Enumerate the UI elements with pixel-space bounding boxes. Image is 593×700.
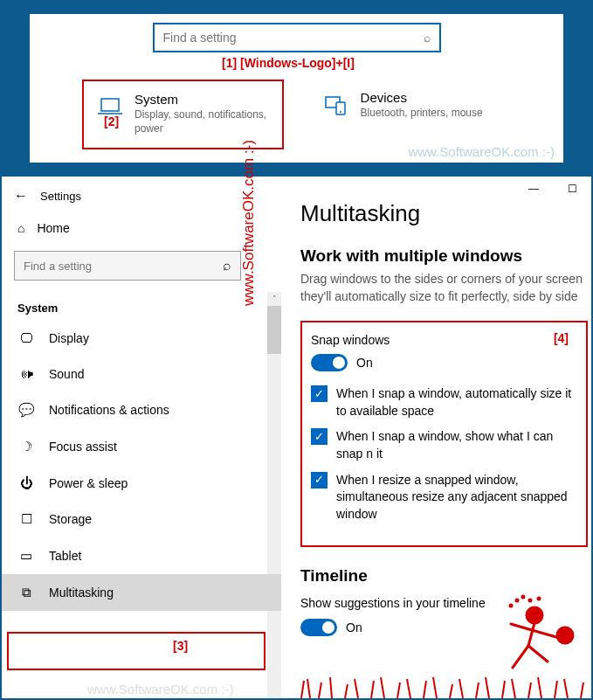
window-controls: — ☐	[514, 179, 591, 202]
svg-point-5	[527, 607, 542, 623]
svg-rect-0	[101, 99, 119, 111]
category-tiles: System Display, sound, notifications, po…	[82, 80, 511, 149]
sidebar-header: ← Settings	[2, 179, 281, 212]
sidebar-item-label: Tablet	[49, 549, 81, 563]
sidebar-item-storage[interactable]: ☐ Storage	[2, 501, 281, 537]
sidebar-home[interactable]: ⌂ Home	[2, 212, 281, 244]
section-heading-windows: Work with multiple windows	[300, 246, 591, 266]
sidebar-item-power-sleep[interactable]: ⏻ Power & sleep	[2, 465, 281, 501]
svg-point-11	[557, 627, 573, 643]
timeline-toggle-state: On	[346, 620, 362, 634]
sidebar-item-display[interactable]: 🖵 Display	[2, 320, 281, 356]
snap-check-1[interactable]: ✓ When I snap a window, automatically si…	[311, 385, 577, 419]
settings-home-panel: ⌕ [1] [Windows-Logo]+[I] System Display,…	[30, 14, 563, 163]
sidebar-item-label: Power & sleep	[49, 476, 128, 490]
snap-windows-group: [4] Snap windows On ✓ When I snap a wind…	[300, 321, 588, 547]
search-icon: ⌕	[424, 31, 431, 45]
timeline-toggle[interactable]	[300, 619, 337, 636]
sidebar: ← Settings ⌂ Home ⌕ System ˄ 🖵 Display 🕪…	[2, 179, 281, 698]
minimize-button[interactable]: —	[514, 179, 553, 202]
check-label: When I resize a snapped window, simultan…	[336, 472, 577, 523]
svg-point-14	[529, 600, 531, 601]
back-arrow-icon[interactable]: ←	[14, 188, 28, 204]
running-figure-doodle	[486, 593, 583, 681]
svg-point-15	[510, 605, 512, 606]
check-label: When I snap a window, show what I can sn…	[336, 428, 577, 462]
search-icon: ⌕	[223, 258, 231, 274]
laptop-icon	[93, 92, 128, 116]
sidebar-search-input[interactable]	[24, 260, 223, 273]
sidebar-list: 🖵 Display 🕪 Sound 💬 Notifications & acti…	[2, 320, 281, 611]
sidebar-item-label: Multitasking	[49, 586, 114, 600]
svg-point-16	[538, 598, 540, 600]
sidebar-item-label: Display	[49, 331, 89, 345]
sidebar-item-label: Focus assist	[49, 440, 117, 454]
annotation-1: [1] [Windows-Logo]+[I]	[222, 56, 355, 70]
multitasking-icon: ⧉	[17, 585, 35, 600]
storage-icon: ☐	[17, 511, 35, 527]
check-label: When I snap a window, automatically size…	[336, 385, 577, 419]
checkbox-icon[interactable]: ✓	[311, 385, 328, 402]
sidebar-item-notifications[interactable]: 💬 Notifications & actions	[2, 392, 281, 428]
home-icon: ⌂	[17, 221, 24, 235]
annotation-3-box	[7, 632, 265, 670]
watermark-bottom: www.SoftwareOK.com :-)	[87, 682, 234, 697]
main-content: — ☐ Multitasking Work with multiple wind…	[281, 179, 591, 698]
annotation-4: [4]	[554, 331, 569, 345]
sidebar-item-focus-assist[interactable]: ☽ Focus assist	[2, 428, 281, 465]
svg-line-10	[532, 630, 556, 637]
svg-line-8	[528, 646, 548, 662]
checkbox-icon[interactable]: ✓	[311, 472, 328, 489]
sidebar-item-label: Notifications & actions	[49, 403, 169, 417]
watermark-top: www.SoftwareOK.com :-)	[408, 144, 555, 159]
snap-windows-label: Snap windows	[311, 333, 577, 347]
search-input-top[interactable]	[163, 31, 424, 45]
search-setting-top[interactable]: ⌕	[153, 23, 441, 52]
section-heading-timeline: Timeline	[300, 566, 591, 586]
svg-point-13	[522, 596, 524, 598]
svg-point-12	[516, 600, 518, 601]
watermark-vertical: www.SoftwareOK.com :-)	[240, 140, 258, 306]
snap-toggle[interactable]	[311, 354, 348, 371]
checkbox-icon[interactable]: ✓	[311, 428, 328, 445]
svg-point-4	[340, 111, 341, 113]
svg-line-6	[528, 623, 534, 646]
svg-line-7	[513, 646, 528, 668]
sidebar-item-tablet[interactable]: ▭ Tablet	[2, 537, 281, 574]
tile-system-title: System	[134, 92, 273, 107]
home-label: Home	[37, 221, 69, 235]
sound-icon: 🕪	[17, 366, 35, 381]
page-title: Multitasking	[300, 200, 591, 227]
settings-window: ← Settings ⌂ Home ⌕ System ˄ 🖵 Display 🕪…	[2, 179, 591, 698]
tile-devices[interactable]: Devices Bluetooth, printers, mouse	[310, 80, 511, 149]
top-banner: ⌕ [1] [Windows-Logo]+[I] System Display,…	[2, 2, 591, 177]
tile-system-desc: Display, sound, notifications, power	[134, 108, 273, 135]
tablet-icon: ▭	[17, 548, 35, 564]
sidebar-item-label: Storage	[49, 512, 92, 526]
snap-check-2[interactable]: ✓ When I snap a window, show what I can …	[311, 428, 577, 462]
display-icon: 🖵	[17, 330, 35, 345]
annotation-3: [3]	[173, 639, 188, 653]
notifications-icon: 💬	[17, 402, 35, 418]
annotation-2: [2]	[104, 114, 119, 128]
sidebar-section-system: System	[2, 288, 281, 320]
devices-icon	[319, 90, 354, 116]
svg-line-9	[511, 624, 532, 630]
sidebar-item-label: Sound	[49, 367, 84, 381]
snap-check-3[interactable]: ✓ When I resize a snapped window, simult…	[311, 472, 577, 523]
maximize-button[interactable]: ☐	[553, 179, 591, 202]
power-icon: ⏻	[17, 475, 35, 490]
tile-devices-desc: Bluetooth, printers, mouse	[361, 107, 502, 121]
focus-assist-icon: ☽	[17, 439, 35, 454]
section-desc: Drag windows to the sides or corners of …	[300, 271, 591, 305]
settings-label: Settings	[40, 190, 81, 203]
tile-devices-title: Devices	[361, 90, 502, 105]
snap-toggle-state: On	[356, 356, 373, 370]
sidebar-search[interactable]: ⌕	[14, 251, 241, 281]
scroll-up-icon[interactable]: ˄	[267, 292, 281, 306]
sidebar-item-sound[interactable]: 🕪 Sound	[2, 356, 281, 392]
sidebar-item-multitasking[interactable]: ⧉ Multitasking	[2, 574, 281, 611]
